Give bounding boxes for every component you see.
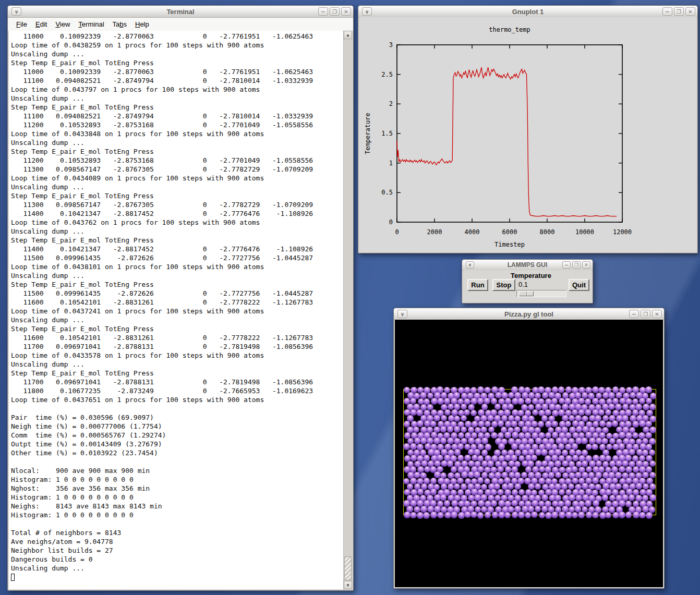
window-menu-button[interactable]: ∨ (397, 310, 407, 318)
window-menu-button[interactable]: ∨ (11, 7, 21, 16)
menu-file[interactable]: File (12, 19, 31, 29)
atom (504, 512, 511, 519)
svg-text:1: 1 (389, 160, 393, 167)
atom (605, 512, 612, 519)
atom (548, 472, 555, 479)
minimize-button[interactable]: − (562, 261, 571, 269)
close-button[interactable]: ✕ (582, 261, 590, 269)
atom (498, 443, 505, 450)
svg-text:1.5: 1.5 (381, 130, 393, 137)
atom (468, 460, 475, 467)
atom (417, 512, 424, 519)
terminal-output[interactable]: 11000 0.10092339 -2.8770063 0 -2.7761951… (11, 31, 343, 589)
atom (458, 512, 465, 519)
atom (572, 512, 578, 519)
menu-edit[interactable]: Edit (31, 19, 51, 29)
menu-tabs[interactable]: Tabs (108, 19, 131, 29)
minimize-button[interactable]: − (629, 310, 639, 318)
window-menu-button[interactable]: ∨ (362, 7, 372, 16)
minimize-icon: − (564, 262, 569, 268)
atom (404, 489, 411, 496)
gnuplot-titlebar[interactable]: ∨ Gnuplot 1 − ❐ ✕ (358, 6, 697, 18)
lammps-gui-titlebar[interactable]: ∨ LAMMPS GUI − ❐ ✕ (462, 260, 593, 271)
run-button[interactable]: Run (467, 279, 488, 291)
atom (411, 455, 417, 462)
temperature-slider[interactable] (516, 290, 566, 297)
svg-text:2.5: 2.5 (381, 71, 393, 78)
atom (593, 500, 599, 507)
desktop: { "chrome": {"shade": "∨", "minimize": "… (0, 0, 700, 595)
atom (410, 409, 417, 416)
atom (414, 472, 420, 479)
chevron-down-icon: ∨ (468, 262, 472, 268)
arrow-down-icon: ▼ (346, 583, 350, 588)
atom (649, 494, 656, 501)
close-button[interactable]: ✕ (652, 310, 662, 318)
terminal-titlebar[interactable]: ∨ Terminal − ❐ ✕ (8, 6, 353, 18)
pizza-titlebar[interactable]: ∨ Pizza.py gl tool − ❐ ✕ (394, 308, 664, 320)
atom (589, 438, 596, 444)
atom (481, 438, 488, 444)
close-icon: ✕ (344, 9, 348, 15)
atom (636, 483, 643, 490)
terminal-menubar: FileEditViewTerminalTabsHelp (8, 18, 353, 31)
atom (477, 512, 484, 519)
atom (404, 512, 411, 518)
close-icon: ✕ (688, 9, 692, 15)
atom (632, 421, 639, 428)
minimize-button[interactable]: − (318, 7, 328, 16)
slider-handle[interactable] (519, 291, 534, 296)
atom (464, 512, 471, 518)
temperature-plot: 02000400060008000100001200000.511.522.53… (359, 17, 696, 252)
scroll-down-button[interactable]: ▼ (344, 581, 352, 589)
quit-button[interactable]: Quit (569, 279, 589, 291)
svg-text:thermo_temp: thermo_temp (489, 26, 530, 33)
maximize-button[interactable]: ❐ (674, 7, 684, 16)
arrow-up-icon: ▲ (346, 33, 350, 38)
atom (538, 421, 545, 428)
atom (572, 455, 579, 462)
stop-button[interactable]: Stop (492, 279, 515, 291)
atom (639, 420, 646, 427)
maximize-button[interactable]: ❐ (572, 261, 581, 269)
maximize-icon: ❐ (643, 311, 648, 317)
terminal-window-title: Terminal (8, 8, 353, 16)
minimize-icon: − (665, 9, 669, 15)
atom (633, 466, 639, 473)
window-controls: − ❐ ✕ (627, 310, 662, 318)
menu-help[interactable]: Help (131, 19, 153, 29)
lammps-gui-window: ∨ LAMMPS GUI − ❐ ✕ Run Stop Temperature … (462, 259, 593, 303)
minimize-button[interactable]: − (662, 7, 672, 16)
atom-visualization-canvas[interactable] (395, 320, 663, 587)
gnuplot-window-title: Gnuplot 1 (358, 8, 697, 16)
window-menu-button[interactable]: ∨ (466, 261, 474, 269)
menu-view[interactable]: View (51, 19, 74, 29)
terminal-window: ∨ Terminal − ❐ ✕ FileEditViewTerminalTab… (7, 5, 354, 591)
gnuplot-canvas: 02000400060008000100001200000.511.522.53… (359, 17, 696, 252)
atom (612, 512, 619, 519)
atom (498, 420, 504, 427)
terminal-scrollbar[interactable]: ▲ ▼ (343, 31, 352, 589)
maximize-button[interactable]: ❐ (641, 310, 650, 318)
atom (545, 409, 551, 416)
scrollbar-thumb[interactable] (344, 556, 352, 580)
chevron-down-icon: ∨ (365, 9, 369, 15)
close-button[interactable]: ✕ (341, 7, 351, 16)
atom (492, 512, 499, 518)
close-button[interactable]: ✕ (685, 7, 695, 16)
maximize-button[interactable]: ❐ (330, 7, 340, 16)
atom (410, 512, 417, 519)
menu-terminal[interactable]: Terminal (74, 19, 108, 29)
svg-text:0: 0 (389, 218, 393, 226)
svg-text:12000: 12000 (613, 228, 632, 236)
scroll-up-button[interactable]: ▲ (344, 31, 352, 39)
atom (592, 444, 598, 451)
atom (451, 500, 458, 507)
atom (649, 404, 656, 410)
window-controls: − ❐ ✕ (661, 7, 695, 16)
atom (639, 512, 646, 519)
atom (642, 506, 649, 513)
svg-text:Temperature: Temperature (364, 113, 371, 154)
chevron-down-icon: ∨ (14, 9, 18, 15)
svg-text:0.5: 0.5 (381, 189, 393, 196)
